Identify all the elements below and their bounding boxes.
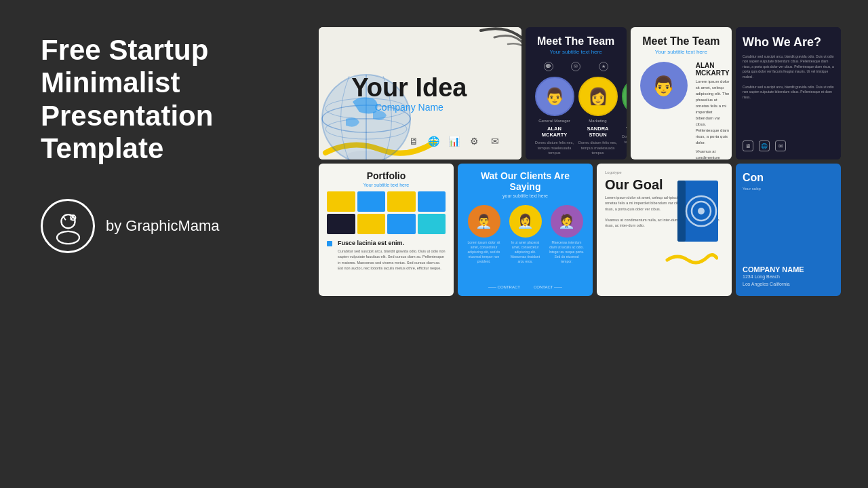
- team-member-2: 👩 Marketing SANDRA STOUN Donec dictum fe…: [578, 77, 618, 156]
- port-grid: [327, 191, 446, 234]
- client-avatar-3: 🧑‍💼: [551, 205, 583, 238]
- cfi-label-1: —— CONTRACT: [488, 285, 520, 289]
- team-member-3: 🧑 Social Media TOM COFEE Donec dictum fe…: [622, 77, 627, 150]
- team-member-1: 👨 General Manager ALAN MCKARTY Donec dic…: [535, 77, 574, 156]
- avatar-face-3: 🧑: [623, 78, 627, 115]
- company-address-2: Los Angeles California: [743, 281, 834, 288]
- team-dark-inner: Meet The Team Your subtitle text here 💬 …: [526, 27, 627, 159]
- tl-name: ALAN MCKARTY: [696, 62, 730, 77]
- slide-portfolio[interactable]: Portfolio Your subtitle text here: [319, 164, 454, 296]
- analytics-icon: 📊: [448, 135, 460, 147]
- book-svg: [671, 177, 725, 252]
- port-cell-3: [387, 191, 416, 212]
- port-cell-6: [357, 214, 386, 234]
- team-dark-subtitle: Your subtitle text here: [535, 49, 617, 55]
- monitor-icon: 🖥: [408, 135, 420, 147]
- port-bullet: [327, 241, 332, 246]
- left-panel: Free Startup Minimalist Presentation Tem…: [41, 27, 298, 468]
- bottom-row: Portfolio Your subtitle text here: [319, 164, 841, 296]
- author-area: by GraphicMama: [41, 199, 298, 253]
- team-light-title: Meet The Team: [640, 35, 722, 48]
- client-footer-2: CONTACT ——: [534, 285, 562, 289]
- page-title: Free Startup Minimalist Presentation Tem…: [41, 34, 298, 165]
- slide-clients[interactable]: Wat Our Clients Are Saying your subtitle…: [458, 164, 593, 296]
- member-avatar-1: 👨: [535, 77, 574, 116]
- wwa-icons-row: 🖥 🌐 ✉: [743, 140, 834, 151]
- team-icons-bar: 💬 ✉ ★: [535, 62, 617, 71]
- company-sub-label: Your subp: [743, 187, 834, 191]
- port-cell-2: [357, 191, 386, 212]
- company-top: Con Your subp: [743, 172, 834, 191]
- who-we-are-inner: Who We Are? Curabitur sed suscipit arcu,…: [736, 27, 841, 159]
- wwa-title: Who We Are?: [743, 35, 834, 50]
- member-avatar-2: 👩: [578, 77, 618, 116]
- slide-sub-title: Company Name: [351, 102, 467, 113]
- company-bottom: COMPANY NAME 1234 Long Beach Los Angeles…: [743, 259, 834, 288]
- client-item-2: 👩‍💼 In ut amet placerat amet, consectetu…: [507, 205, 543, 281]
- tl-desc-2: Vivamus at condimentum nulla, ac interdu…: [696, 149, 730, 159]
- client-desc-1: Lorem ipsum dolor sit amet, consectetur …: [466, 240, 502, 264]
- avatar-face-1: 👨: [536, 78, 573, 115]
- avatar-face-2: 👩: [580, 78, 616, 115]
- tl-desc: Lorem ipsum dolor sit amet, celecp adipi…: [696, 79, 730, 146]
- company-con-label: Con: [743, 172, 834, 184]
- team-light-info: ALAN MCKARTY Lorem ipsum dolor sit amet,…: [696, 62, 730, 159]
- author-avatar-svg: [50, 208, 87, 245]
- slide-goal[interactable]: Logotype Our Goal Lorem ipsum dolor sit …: [597, 164, 732, 296]
- client-item-3: 🧑‍💼 Maecenas interdum diam ut iaculis ac…: [549, 205, 585, 281]
- globe-icon: 🌐: [428, 135, 440, 147]
- book-decoration-area: [671, 177, 725, 255]
- svg-line-3: [63, 217, 66, 221]
- port-cell-8: [418, 214, 446, 234]
- wwa-monitor-icon: 🖥: [743, 140, 753, 151]
- company-address-1: 1234 Long Beach: [743, 274, 834, 281]
- team-light-subtitle: Your subtitle text here: [640, 49, 722, 55]
- port-subtitle: Your subtitle text here: [327, 183, 446, 187]
- team-members-row: 👨 General Manager ALAN MCKARTY Donec dic…: [535, 77, 617, 156]
- mail-icon-dark: ✉: [571, 62, 580, 71]
- member-avatar-3: 🧑: [622, 77, 627, 116]
- port-caption: Fusce lacinia est enim.: [338, 240, 446, 246]
- wwa-globe-icon: 🌐: [759, 140, 770, 151]
- member-desc-1: Donec dictum felis nec,tempus maelesuada…: [535, 140, 574, 156]
- wwa-body: Curabitur sed suscipit arcu, blandit gra…: [743, 54, 834, 100]
- star-icon-dark: ★: [599, 62, 608, 71]
- member-role-2: Marketing: [589, 119, 606, 123]
- member-role-1: General Manager: [538, 119, 570, 123]
- svg-point-18: [698, 208, 705, 214]
- wwa-mail-icon: ✉: [775, 140, 786, 151]
- client-avatar-1: 👨‍💼: [468, 205, 500, 238]
- member-desc-2: Donec dictum felis nec,tempus maelesuada…: [578, 140, 618, 156]
- client-desc-2: In ut amet placerat amet, consectetur ad…: [507, 240, 543, 264]
- chat-icon: 💬: [544, 62, 553, 71]
- main-container: Free Startup Minimalist Presentation Tem…: [0, 0, 868, 488]
- port-cell-4: [418, 191, 446, 212]
- team-light-content: 👨 ALAN MCKARTY Lorem ipsum dolor sit ame…: [640, 62, 722, 159]
- port-title: Portfolio: [327, 170, 446, 181]
- slide-team-light[interactable]: Meet The Team Your subtitle text here 👨 …: [631, 27, 732, 159]
- slide-who-we-are[interactable]: Who We Are? Curabitur sed suscipit arcu,…: [736, 27, 841, 159]
- slide-team-dark[interactable]: Meet The Team Your subtitle text here 💬 …: [526, 27, 627, 159]
- clients-subtitle: your subtitle text here: [466, 193, 585, 198]
- clients-row: 👨‍💼 Lorem ipsum dolor sit amet, consecte…: [466, 205, 585, 281]
- slide-company[interactable]: Con Your subp COMPANY NAME 1234 Long Bea…: [736, 164, 841, 296]
- port-body: Curabitur sed suscipit arcu, blandit gra…: [338, 248, 446, 271]
- client-desc-3: Maecenas interdum diam ut iaculis ac odi…: [549, 240, 585, 264]
- author-avatar: [41, 199, 95, 253]
- port-cell-1: [327, 191, 355, 212]
- goal-logotype: Logotype: [605, 170, 724, 174]
- company-inner: Con Your subp COMPANY NAME 1234 Long Bea…: [736, 164, 841, 296]
- slide-title[interactable]: Your Idea Company Name 🖥 🌐 📊 ⚙ ✉: [319, 27, 521, 159]
- member-desc-3: Donec dictum felis nec,tempus maelesuada…: [622, 134, 627, 150]
- port-text-content: Fusce lacinia est enim. Curabitur sed su…: [338, 240, 446, 271]
- client-item-1: 👨‍💼 Lorem ipsum dolor sit amet, consecte…: [466, 205, 502, 281]
- squiggle-svg: [664, 250, 718, 267]
- slide-icons-row: 🖥 🌐 📊 ⚙ ✉: [408, 135, 501, 147]
- port-cell-5: [327, 214, 355, 234]
- svg-rect-15: [677, 181, 686, 242]
- top-row: Your Idea Company Name 🖥 🌐 📊 ⚙ ✉: [319, 27, 841, 159]
- member-name-2: SANDRA STOUN: [578, 126, 618, 138]
- title-slide-inner: Your Idea Company Name 🖥 🌐 📊 ⚙ ✉: [319, 27, 521, 159]
- port-text-area: Fusce lacinia est enim. Curabitur sed su…: [327, 240, 446, 271]
- author-name: by GraphicMama: [106, 217, 220, 235]
